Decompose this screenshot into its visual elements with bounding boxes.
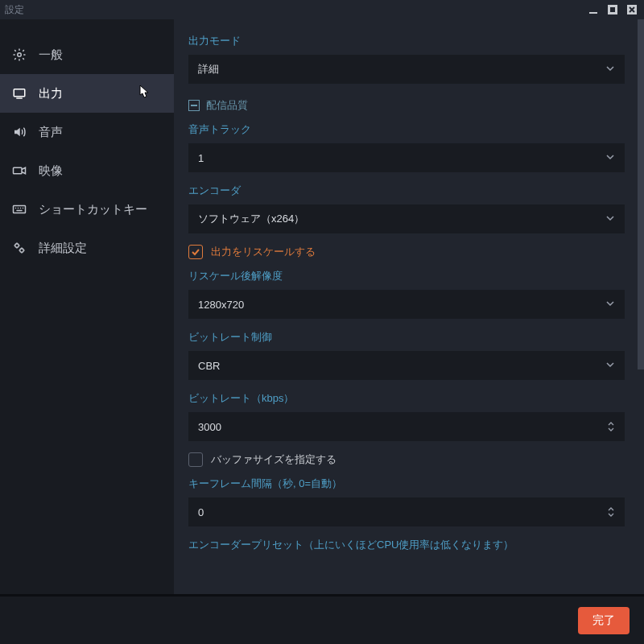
- sidebar-item-hotkeys[interactable]: ショートカットキー: [0, 190, 174, 229]
- output-mode-value: 詳細: [198, 62, 219, 76]
- close-button[interactable]: [625, 2, 639, 17]
- chevron-down-icon: [605, 152, 615, 164]
- keyframe-label: キーフレーム間隔（秒, 0=自動）: [188, 477, 628, 491]
- titlebar: 設定: [0, 0, 644, 19]
- rate-control-value: CBR: [198, 360, 220, 372]
- svg-rect-5: [14, 89, 25, 97]
- svg-rect-7: [14, 167, 23, 174]
- sidebar-item-label: 出力: [39, 86, 63, 101]
- encoder-label: エンコーダ: [188, 184, 628, 198]
- rate-control-label: ビットレート制御: [188, 330, 628, 345]
- bitrate-field[interactable]: 3000: [188, 412, 625, 441]
- gears-icon: [11, 240, 27, 256]
- checkbox-unchecked-icon: [188, 452, 203, 467]
- sidebar-item-label: 一般: [39, 47, 63, 63]
- sidebar-item-advanced[interactable]: 詳細設定: [0, 229, 174, 267]
- output-mode-select[interactable]: 詳細: [188, 55, 625, 84]
- done-button[interactable]: 完了: [578, 607, 630, 634]
- collapse-minus-icon: [188, 100, 200, 111]
- sidebar-item-output[interactable]: 出力: [0, 74, 174, 113]
- minimize-button[interactable]: [586, 2, 601, 17]
- rescale-res-value: 1280x720: [198, 299, 244, 311]
- rescale-label: 出力をリスケールする: [211, 245, 316, 259]
- buffer-size-label: バッファサイズを指定する: [211, 452, 336, 467]
- svg-point-15: [20, 249, 24, 253]
- scrollbar-thumb[interactable]: [638, 19, 644, 369]
- sidebar-item-label: ショートカットキー: [39, 202, 147, 217]
- speaker-icon: [11, 124, 27, 140]
- section-quality[interactable]: 配信品質: [188, 98, 628, 113]
- rescale-checkbox-row[interactable]: 出力をリスケールする: [188, 245, 628, 259]
- keyframe-value: 0: [198, 506, 204, 518]
- buffer-size-checkbox-row[interactable]: バッファサイズを指定する: [188, 452, 628, 467]
- encoder-select[interactable]: ソフトウェア（x264）: [188, 204, 625, 233]
- window-title: 設定: [5, 3, 586, 17]
- svg-point-4: [18, 53, 22, 57]
- content-pane: 出力モード 詳細 配信品質 音声トラック 1 エンコーダ ソフトウェア（x264…: [174, 19, 644, 594]
- monitor-icon: [11, 85, 27, 101]
- scrollbar[interactable]: [638, 19, 644, 594]
- spinner-icon: [607, 506, 615, 518]
- svg-rect-2: [610, 7, 615, 12]
- svg-rect-8: [14, 206, 26, 213]
- bitrate-label: ビットレート（kbps）: [188, 391, 628, 406]
- gear-icon: [11, 47, 27, 63]
- keyboard-icon: [11, 201, 27, 217]
- sidebar: 一般 出力 音声 映像 ショートカットキー: [0, 19, 174, 594]
- svg-point-14: [15, 244, 19, 248]
- maximize-button[interactable]: [605, 2, 620, 17]
- keyframe-field[interactable]: 0: [188, 497, 625, 526]
- rescale-res-select[interactable]: 1280x720: [188, 290, 625, 319]
- encoder-value: ソフトウェア（x264）: [198, 212, 304, 226]
- footer: 完了: [0, 594, 644, 644]
- chevron-down-icon: [605, 64, 615, 76]
- camera-icon: [11, 163, 27, 179]
- audio-track-label: 音声トラック: [188, 122, 628, 137]
- sidebar-item-label: 音声: [39, 125, 63, 140]
- spinner-icon: [607, 421, 615, 432]
- chevron-down-icon: [605, 360, 615, 372]
- chevron-down-icon: [605, 299, 615, 311]
- audio-track-value: 1: [198, 152, 204, 164]
- output-mode-label: 出力モード: [188, 34, 628, 48]
- sidebar-item-general[interactable]: 一般: [0, 35, 174, 74]
- sidebar-item-label: 映像: [39, 163, 63, 179]
- sidebar-item-video[interactable]: 映像: [0, 151, 174, 190]
- rate-control-select[interactable]: CBR: [188, 351, 625, 380]
- bitrate-value: 3000: [198, 421, 221, 433]
- section-quality-label: 配信品質: [206, 98, 248, 113]
- audio-track-select[interactable]: 1: [188, 143, 625, 172]
- sidebar-item-label: 詳細設定: [39, 241, 87, 256]
- rescale-res-label: リスケール後解像度: [188, 269, 628, 283]
- preset-label: エンコーダープリセット（上にいくほどCPU使用率は低くなります）: [188, 538, 628, 552]
- window-buttons: [586, 2, 639, 17]
- sidebar-item-audio[interactable]: 音声: [0, 113, 174, 151]
- checkbox-checked-icon: [188, 245, 203, 259]
- chevron-down-icon: [605, 213, 615, 225]
